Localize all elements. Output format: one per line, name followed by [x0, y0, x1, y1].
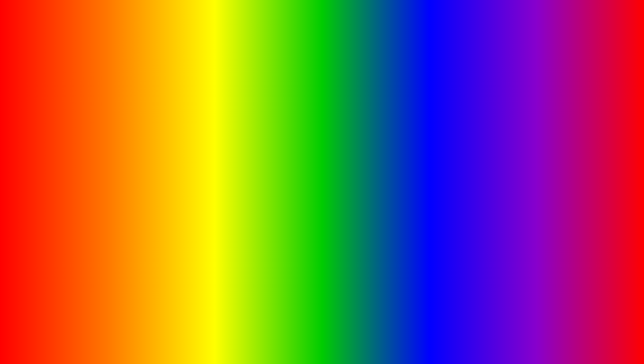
toggle-label-2: Auto Farm Kill Aura — [322, 163, 357, 167]
shop-icon-1: 🛒 — [247, 163, 252, 168]
android-tag: ANDROID ✓ — [9, 90, 126, 113]
stats-icon-1: 📈 — [247, 126, 252, 130]
toggle-switch-4[interactable] — [465, 185, 477, 191]
middle-area: MOBILE ✓ ANDROID ✓ — [3, 61, 641, 325]
panel2-nav-shop[interactable]: 🛒 Shop — [277, 194, 317, 203]
panel2-main-content: Wait For Dungeon Auto Farm Dungeon push … — [317, 127, 482, 205]
main-title: BLOX FRUITS — [3, 6, 641, 59]
toggle-label-3: Auto Raid — [322, 174, 340, 179]
bottom-auto-farm-text: AUTO FARM — [114, 326, 298, 359]
toggle-switch-2[interactable] — [465, 162, 477, 168]
panel2-username: XxArSendxX — [293, 116, 317, 121]
panel1-avatar: 👤 — [247, 82, 257, 92]
panel2-ping: Ping: 105.88 (29%CV) — [442, 106, 479, 110]
char-head — [109, 204, 136, 231]
devil-fruit-icon-2: 🍎 — [281, 187, 285, 192]
devil-fruit-icon-1: 🍎 — [247, 154, 252, 158]
panel2-header: PadoHub 03 February 2023 Hours:09:20:42 … — [277, 102, 482, 114]
panel2-nav-misc-farm[interactable]: 🔧 Misc Farm — [277, 138, 317, 147]
panel2-players: Players : 1 / 12 — [427, 118, 451, 122]
logo-bottom-right: FRUITS — [564, 326, 634, 347]
mysterious-entity-label: Mysterious Entity — [127, 255, 163, 260]
toggle-switch-3[interactable] — [465, 174, 477, 180]
bottom-script-text: SCRIPT — [307, 333, 391, 357]
panel1-subheader-meta: Players : 1 / 12 Hr(s): 0 Min(s) : 8 Sec… — [306, 85, 412, 89]
question-mark-icon: ? — [186, 81, 202, 112]
fluxus-watermark: FLUXUS HYDROGEN — [556, 84, 639, 120]
toggle-auto-raid-hop: Auto Raid Hop — [322, 183, 477, 194]
platform-tags: MOBILE ✓ ANDROID ✓ — [9, 68, 126, 113]
panel2-subheader-meta: Players : 1 / 12 Hr(s): 0 Min... — [427, 118, 479, 122]
panel1-userid: #1009 — [259, 87, 283, 91]
character-figure — [96, 204, 149, 298]
panel2-nav-main-farm[interactable]: 🏠 Main Farm — [277, 129, 317, 138]
toggle-label-4: Auto Raid Hop — [322, 186, 348, 191]
panel2-nav-stats[interactable]: 📈 Stats — [277, 157, 317, 166]
misc-icon-2: 🔧 — [281, 141, 285, 145]
android-checkmark: ✓ — [111, 92, 126, 112]
mobile-checkmark: ✓ — [95, 69, 110, 89]
panel2-nav-teleport[interactable]: 📍 Teleport — [277, 166, 317, 175]
shop-icon-2: 🛒 — [281, 197, 285, 201]
panel2-subheader: 👤 XxArSendxX #1009 Players : 1 / 12 Hr(s… — [277, 114, 482, 127]
main-content: BLOX FRUITS MOBILE ✓ ANDROID ✓ — [3, 3, 641, 361]
stats-icon-2: 📈 — [281, 159, 285, 164]
panel2-nav-dungeon[interactable]: ⚙ Dungeon — [277, 175, 317, 185]
bottom-text-area: AUTO FARM SCRIPT PASTEBIN — [3, 325, 641, 361]
panel2-hours: Hours:09:20:42 — [412, 106, 437, 110]
char-hat — [106, 194, 139, 206]
toggle-label-1: Auto Farm Dungeon — [322, 143, 358, 148]
panels-area: PadoHub 03 February 2023 Hours:09:20:21 … — [236, 61, 641, 325]
panel2-content-title: Wait For Dungeon — [322, 130, 477, 136]
dungeon-icon-1: ⚙ — [247, 145, 251, 149]
dungeon-icon-2: ⚙ — [281, 178, 284, 182]
panel2-nav-devil-fruit[interactable]: 🍎 Devil Fruit — [277, 185, 317, 194]
panel2-title: PadoHub — [291, 105, 311, 111]
toggle-kill-aura: Auto Farm Kill Aura — [322, 159, 477, 171]
combat-icon-1: ⚔ — [247, 117, 251, 121]
toggle-auto-raid: Auto Raid — [322, 171, 477, 183]
panel2-body: 🏠 Main Farm 🔧 Misc Farm ⚔ Combat 📈 — [277, 127, 482, 205]
panel2-userid: #1009 — [293, 121, 317, 125]
panel1-subheader: 👤 XxArSendxX #1009 Players : 1 / 12 Hr(s… — [244, 80, 415, 94]
padohub-panel-2: PadoHub 03 February 2023 Hours:09:20:42 … — [276, 101, 483, 206]
padohub-logo-2 — [281, 104, 288, 112]
logo-fruits-text: FRUITS — [564, 326, 634, 347]
panel1-date: 03 February 2023 — [291, 72, 320, 76]
char-legs — [96, 264, 149, 291]
home-icon-2: 🏠 — [281, 131, 285, 136]
bottom-title: AUTO FARM SCRIPT PASTEBIN — [3, 327, 641, 357]
panel1-username: XxArSendxX — [259, 82, 283, 87]
panel2-meta: 03 February 2023 Hours:09:20:42 Ping: 10… — [378, 106, 479, 110]
panel1-title: PadoHub — [257, 72, 278, 77]
panel2-nav-combat[interactable]: ⚔ Combat — [277, 147, 317, 157]
panel1-hrs: Hr(s): 0 Min(s) : 8 Sec(s) : 29 — [335, 85, 383, 89]
panel2-date: 03 February 2023 — [378, 106, 407, 110]
panel1-user: XxArSendxX #1009 — [259, 82, 283, 91]
teleport-icon-1: 📍 — [247, 135, 252, 140]
combat-icon-2: ⚔ — [281, 150, 284, 154]
toggle-auto-farm-dungeon: Auto Farm Dungeon — [322, 140, 477, 151]
padohub-logo-1 — [247, 71, 255, 78]
char-leg-right — [124, 264, 137, 291]
content-subtitle-punches: push down using punches — [322, 154, 477, 158]
teleport-icon-2: 📍 — [281, 169, 285, 173]
panel1-meta: 03 February 2023 Hours:09:20:21 Ping: 73… — [291, 72, 412, 76]
panel2-hrs: Hr(s): 0 Min... — [456, 118, 479, 122]
panel2-user: XxArSendxX #1009 — [293, 116, 317, 125]
panel1-hours: Hours:09:20:21 — [325, 72, 350, 76]
char-leg-left — [109, 264, 122, 291]
panel1-players: Players : 1 / 12 — [306, 85, 330, 89]
panel1-header: PadoHub 03 February 2023 Hours:09:20:21 … — [244, 69, 415, 80]
misc-icon-1: 🔧 — [247, 107, 252, 112]
panel1-fps: FPS: 48 — [399, 72, 412, 76]
question-entity: ? — [160, 60, 227, 134]
title-area: BLOX FRUITS — [3, 3, 641, 61]
mobile-tag: MOBILE ✓ — [9, 68, 126, 90]
panel2-avatar: 👤 — [281, 116, 290, 125]
panel1-ping: Ping: 73.9987 (12%CV) — [355, 72, 394, 76]
panel2-sidebar: 🏠 Main Farm 🔧 Misc Farm ⚔ Combat 📈 — [277, 127, 317, 205]
toggle-switch-1[interactable] — [465, 142, 477, 148]
panel1-shortcut: [ RightControl ] — [388, 85, 412, 89]
home-icon-1: 🏠 — [247, 98, 252, 102]
